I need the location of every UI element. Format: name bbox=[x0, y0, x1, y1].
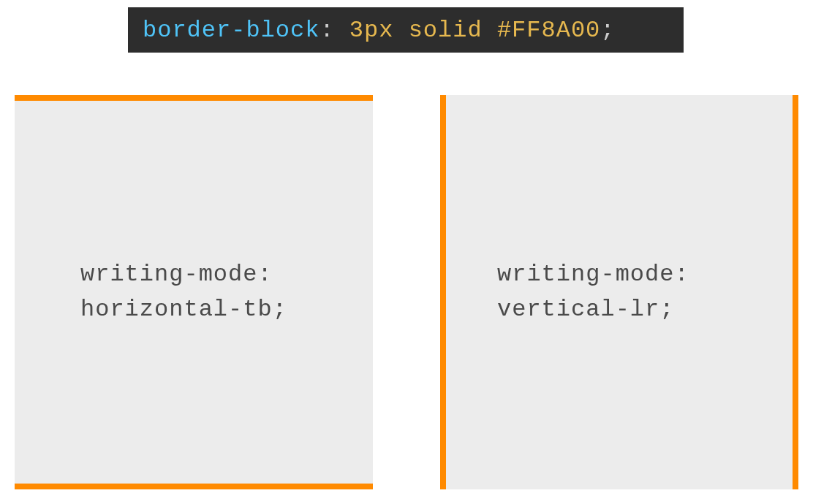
css-property: border-block bbox=[143, 17, 319, 44]
example-right-line2: vertical-lr; bbox=[497, 292, 689, 327]
example-right-line1: writing-mode: bbox=[497, 257, 689, 292]
example-vertical: writing-mode: vertical-lr; bbox=[440, 95, 798, 489]
examples-row: writing-mode: horizontal-tb; writing-mod… bbox=[15, 95, 798, 489]
css-colon: : bbox=[319, 17, 334, 44]
example-text-right: writing-mode: vertical-lr; bbox=[497, 257, 689, 327]
example-left-line2: horizontal-tb; bbox=[80, 292, 287, 327]
example-horizontal: writing-mode: horizontal-tb; bbox=[15, 95, 373, 489]
code-snippet: border-block: 3px solid #FF8A00; bbox=[128, 7, 684, 53]
css-semicolon: ; bbox=[600, 17, 615, 44]
example-left-line1: writing-mode: bbox=[80, 257, 287, 292]
css-value: 3px solid #FF8A00 bbox=[349, 17, 600, 44]
example-text-left: writing-mode: horizontal-tb; bbox=[80, 257, 287, 327]
